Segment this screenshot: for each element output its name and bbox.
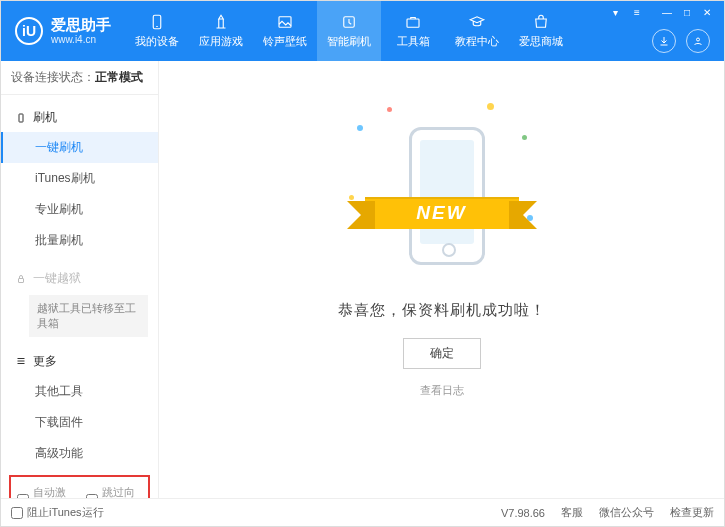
svg-point-5 (697, 38, 700, 41)
connection-status: 设备连接状态：正常模式 (1, 61, 158, 95)
nav-store[interactable]: 爱思商城 (509, 1, 573, 61)
footer-link-support[interactable]: 客服 (561, 505, 583, 520)
brand-title: 爱思助手 (51, 17, 111, 34)
wallpaper-icon (275, 13, 295, 31)
apps-icon (211, 13, 231, 31)
phone-small-icon (15, 112, 27, 124)
checkbox-skip-guide[interactable]: 跳过向导 (86, 485, 143, 498)
lock-icon (15, 273, 27, 285)
toolbox-icon (403, 13, 423, 31)
success-illustration: NEW (337, 95, 547, 285)
section-jailbreak: 一键越狱 (1, 264, 158, 293)
nav-my-device[interactable]: 我的设备 (125, 1, 189, 61)
sidebar-item-other-tools[interactable]: 其他工具 (1, 376, 158, 407)
phone-icon (147, 13, 167, 31)
new-ribbon: NEW (365, 197, 519, 229)
section-flash[interactable]: 刷机 (1, 103, 158, 132)
sidebar: 设备连接状态：正常模式 刷机 一键刷机 iTunes刷机 专业刷机 批量刷机 一… (1, 61, 159, 498)
footer-link-update[interactable]: 检查更新 (670, 505, 714, 520)
sidebar-item-advanced[interactable]: 高级功能 (1, 438, 158, 469)
section-more[interactable]: 更多 (1, 347, 158, 376)
brand-logo-icon: iU (15, 17, 43, 45)
close-button[interactable]: ✕ (698, 5, 716, 19)
nav-toolbox[interactable]: 工具箱 (381, 1, 445, 61)
nav-apps[interactable]: 应用游戏 (189, 1, 253, 61)
main-content: NEW 恭喜您，保资料刷机成功啦！ 确定 查看日志 (159, 61, 724, 498)
download-button[interactable] (652, 29, 676, 53)
flash-icon (339, 13, 359, 31)
graduation-icon (467, 13, 487, 31)
account-button[interactable] (686, 29, 710, 53)
top-nav: 我的设备 应用游戏 铃声壁纸 智能刷机 工具箱 教程中心 (125, 1, 606, 61)
svg-rect-7 (19, 278, 24, 282)
settings-menu-icon[interactable]: ≡ (628, 5, 646, 19)
sidebar-item-oneclick-flash[interactable]: 一键刷机 (1, 132, 158, 163)
sidebar-item-pro-flash[interactable]: 专业刷机 (1, 194, 158, 225)
brand-subtitle: www.i4.cn (51, 34, 111, 45)
sidebar-item-download-firmware[interactable]: 下载固件 (1, 407, 158, 438)
view-log-link[interactable]: 查看日志 (420, 383, 464, 398)
nav-tutorials[interactable]: 教程中心 (445, 1, 509, 61)
app-window: iU 爱思助手 www.i4.cn 我的设备 应用游戏 铃声壁纸 智能刷机 (0, 0, 725, 527)
body: 设备连接状态：正常模式 刷机 一键刷机 iTunes刷机 专业刷机 批量刷机 一… (1, 61, 724, 498)
version-label: V7.98.66 (501, 507, 545, 519)
checkbox-block-itunes[interactable]: 阻止iTunes运行 (11, 505, 104, 520)
footer: 阻止iTunes运行 V7.98.66 客服 微信公众号 检查更新 (1, 498, 724, 526)
maximize-button[interactable]: □ (678, 5, 696, 19)
header: iU 爱思助手 www.i4.cn 我的设备 应用游戏 铃声壁纸 智能刷机 (1, 1, 724, 61)
menu-dropdown-icon[interactable]: ▾ (606, 5, 624, 19)
sidebar-item-batch-flash[interactable]: 批量刷机 (1, 225, 158, 256)
svg-rect-4 (407, 19, 419, 27)
activation-options: 自动激活 跳过向导 (9, 475, 150, 498)
list-icon (15, 355, 27, 367)
minimize-button[interactable]: — (658, 5, 676, 19)
footer-link-wechat[interactable]: 微信公众号 (599, 505, 654, 520)
svg-rect-6 (19, 114, 23, 122)
jailbreak-notice: 越狱工具已转移至工具箱 (29, 295, 148, 337)
nav-flash[interactable]: 智能刷机 (317, 1, 381, 61)
ok-button[interactable]: 确定 (403, 338, 481, 369)
sidebar-item-itunes-flash[interactable]: iTunes刷机 (1, 163, 158, 194)
nav-ringtones[interactable]: 铃声壁纸 (253, 1, 317, 61)
brand: iU 爱思助手 www.i4.cn (1, 1, 125, 61)
checkbox-auto-activate[interactable]: 自动激活 (17, 485, 74, 498)
store-icon (531, 13, 551, 31)
success-message: 恭喜您，保资料刷机成功啦！ (338, 301, 546, 320)
